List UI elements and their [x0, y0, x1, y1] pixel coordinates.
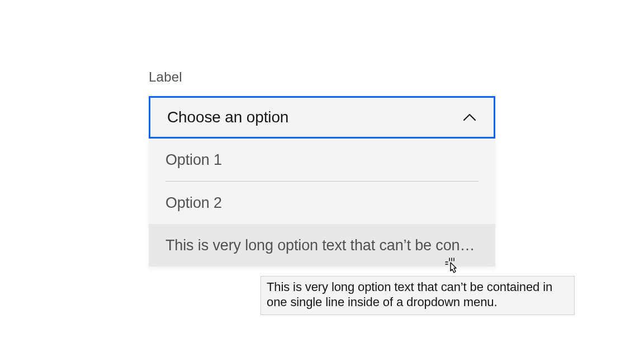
dropdown-option-label: Option 2: [165, 194, 479, 212]
tooltip-text: This is very long option text that can’t…: [267, 280, 552, 309]
dropdown-option-label: This is very long option text that can’t…: [165, 237, 479, 254]
dropdown-label: Label: [149, 69, 495, 85]
dropdown-option-label: Option 1: [165, 151, 479, 169]
tooltip: This is very long option text that can’t…: [261, 276, 575, 315]
dropdown-option[interactable]: This is very long option text that can’t…: [149, 224, 495, 266]
dropdown-option[interactable]: Option 1: [149, 139, 495, 181]
dropdown-container: Label Choose an option Option 1 Option 2…: [149, 69, 495, 266]
dropdown-placeholder: Choose an option: [167, 108, 288, 126]
dropdown-trigger[interactable]: Choose an option: [149, 96, 495, 139]
chevron-up-icon: [461, 109, 478, 126]
dropdown-menu: Option 1 Option 2 This is very long opti…: [149, 139, 495, 266]
dropdown-option[interactable]: Option 2: [149, 182, 495, 224]
